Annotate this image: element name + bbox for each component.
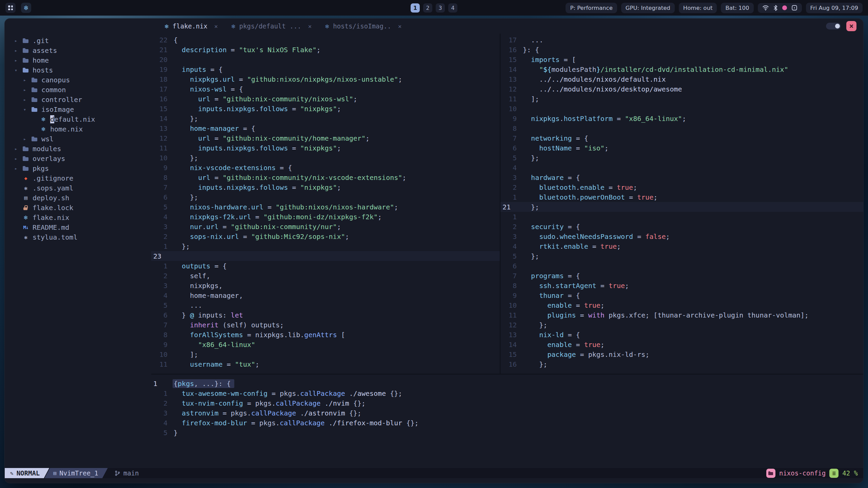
code-line[interactable]: 15 inputs.nixpkgs.follows = "nixpkgs"; [151,104,500,114]
code-line[interactable]: 16 }; [500,359,863,369]
code-line[interactable]: 2 security = { [500,222,863,231]
code-line[interactable]: 22{ [151,35,500,45]
code-line[interactable]: 11 username = "tux"; [151,359,500,369]
tree-item--sops-yaml[interactable]: ✱.sops.yaml [5,183,151,193]
code-line[interactable]: 10 }; [151,153,500,163]
tree-item-home-nix[interactable]: ❄home.nix [5,124,151,134]
code-line[interactable]: 12 url = "github:nix-community/home-mana… [151,133,500,143]
code-line[interactable]: 10 [500,104,863,114]
code-line[interactable]: 3 hardware = { [500,172,863,182]
code-line[interactable]: 3 astronvim = pkgs.callPackage ./astronv… [151,408,863,418]
code-line[interactable]: 2 self, [151,271,500,281]
code-line[interactable]: 21 description = "tux's NixOS Flake"; [151,45,500,55]
tree-item-README-md[interactable]: M↓README.md [5,222,151,232]
tree-item-home[interactable]: ▸home [5,55,151,65]
code-line[interactable]: 2 sops-nix.url = "github:Mic92/sops-nix"… [151,231,500,241]
code-line[interactable]: 6 hostName = "iso"; [500,143,863,153]
tree-item-flake-nix[interactable]: ❄flake.nix [5,212,151,222]
battery-status[interactable]: Bat: 100 [721,3,753,13]
code-line[interactable]: 7 networking = { [500,133,863,143]
code-line[interactable]: 13 nix-ld = { [500,330,863,340]
tree-item-hosts[interactable]: ▾hosts [5,65,151,75]
tray-app-icon[interactable] [791,5,797,11]
code-line[interactable]: 17 ... [500,35,863,45]
code-line[interactable]: 8 url = "github:nix-community/nix-vscode… [151,172,500,182]
toggle-switch[interactable] [826,23,841,29]
code-line[interactable]: 5 }; [500,153,863,163]
code-line[interactable]: 11 plugins = with pkgs.xfce; [thunar-arc… [500,310,863,320]
code-line[interactable]: 4 [500,163,863,172]
code-line[interactable]: 4 rtkit.enable = true; [500,241,863,251]
code-line[interactable]: 13 home-manager = { [151,123,500,133]
tree-item-wsl[interactable]: ▸wsl [5,134,151,144]
code-line[interactable]: 15 package = pkgs.nix-ld-rs; [500,349,863,359]
tree-item-assets[interactable]: ▸assets [5,45,151,55]
tree-item--gitignore[interactable]: ◆.gitignore [5,173,151,183]
code-line[interactable]: 12 ../../modules/nixos/desktop/awesome [500,84,863,94]
code-line[interactable]: 1 tux-awesome-wm-config = pkgs.callPacka… [151,388,863,398]
code-line[interactable]: 3 nixpkgs, [151,281,500,290]
tab-close-icon[interactable]: × [308,23,312,30]
tree-item-overlays[interactable]: ▸overlays [5,154,151,163]
tab-hosts-isoImag-[interactable]: ❄hosts/isoImag..× [318,19,408,34]
wifi-icon[interactable] [762,5,769,11]
code-line[interactable]: 19 inputs = { [151,64,500,74]
code-line[interactable]: 1 bluetooth.powerOnBoot = true; [500,192,863,202]
tree-item-default-nix[interactable]: ❄default.nix [5,114,151,124]
power-profile-status[interactable]: P: Performance [566,3,617,13]
code-line[interactable]: 6 }; [151,192,500,202]
editor-flake-nix[interactable]: 22{21 description = "tux's NixOS Flake";… [151,34,500,374]
code-line[interactable]: 1 }; [151,241,500,251]
code-line[interactable]: 6 } @ inputs: let [151,310,500,320]
tab-close-icon[interactable]: × [214,23,218,30]
code-line[interactable]: 9 "x86_64-linux" [151,340,500,349]
code-line[interactable]: 2 bluetooth.enable = true; [500,182,863,192]
code-line[interactable]: 18 nixpkgs.url = "github:nixos/nixpkgs/n… [151,74,500,84]
tree-item-flake-lock[interactable]: flake.lock [5,203,151,212]
code-line[interactable]: 5 nixos-hardware.url = "github:nixos/nix… [151,202,500,212]
workspace-button-4[interactable]: 4 [448,3,457,13]
gpu-status[interactable]: GPU: Integrated [621,3,675,13]
code-line[interactable]: 5 }; [500,251,863,261]
code-line[interactable]: 4 firefox-mod-blur = pkgs.callPackage ./… [151,418,863,428]
code-line[interactable]: 15 imports = [ [500,55,863,64]
tree-item-stylua-toml[interactable]: ✱stylua.toml [5,232,151,242]
bluetooth-icon[interactable] [773,5,778,11]
distro-logo-button[interactable]: ❄ [21,3,31,13]
code-line[interactable]: 9 thunar = { [500,290,863,300]
home-status[interactable]: Home: out [679,3,717,13]
code-line[interactable]: 12 }; [500,320,863,330]
editor-pkgs-default-nix[interactable]: 1{pkgs, ...}: {1 tux-awesome-wm-config =… [151,374,863,468]
tree-item--git[interactable]: ▸.git [5,36,151,45]
code-line[interactable]: 13 ../../modules/nixos/default.nix [500,74,863,84]
code-line[interactable]: 2 tux-nvim-config = pkgs.callPackage ./n… [151,398,863,408]
code-line[interactable]: 10 enable = true; [500,300,863,310]
code-line[interactable]: 1 [500,212,863,222]
clock[interactable]: Fri Aug 09, 17:09 [806,3,863,13]
workspace-button-3[interactable]: 3 [436,3,445,13]
tree-item-controller[interactable]: ▸controller [5,95,151,104]
workspace-button-2[interactable]: 2 [423,3,432,13]
code-line[interactable]: 6 [500,261,863,271]
tree-item-common[interactable]: ▸common [5,85,151,95]
code-line[interactable]: 20 [151,55,500,64]
code-line[interactable]: 7 programs = { [500,271,863,281]
code-line[interactable]: 11 inputs.nixpkgs.follows = "nixpkgs"; [151,143,500,153]
code-line[interactable]: 4 home-manager, [151,290,500,300]
app-launcher-button[interactable] [5,3,16,13]
code-line[interactable]: 8 [500,123,863,133]
tree-item-modules[interactable]: ▸modules [5,144,151,154]
code-line[interactable]: 1 outputs = { [151,261,500,271]
tab-close-icon[interactable]: × [398,23,402,30]
code-line[interactable]: 5 ... [151,300,500,310]
tab-flake-nix[interactable]: ❄flake.nix× [158,19,225,34]
code-line[interactable]: 14 }; [151,114,500,123]
code-line[interactable]: 9 nixpkgs.hostPlatform = "x86_64-linux"; [500,114,863,123]
code-line[interactable]: 11 ]; [500,94,863,104]
tab-pkgs-default-[interactable]: ❄pkgs/default ...× [225,19,319,34]
code-line[interactable]: 7 inherit (self) outputs; [151,320,500,330]
code-line[interactable]: 5} [151,428,863,438]
tree-item-deploy-sh[interactable]: ▤deploy.sh [5,193,151,203]
code-line[interactable]: 7 inputs.nixpkgs.follows = "nixpkgs"; [151,182,500,192]
window-close-button[interactable]: × [846,21,856,31]
